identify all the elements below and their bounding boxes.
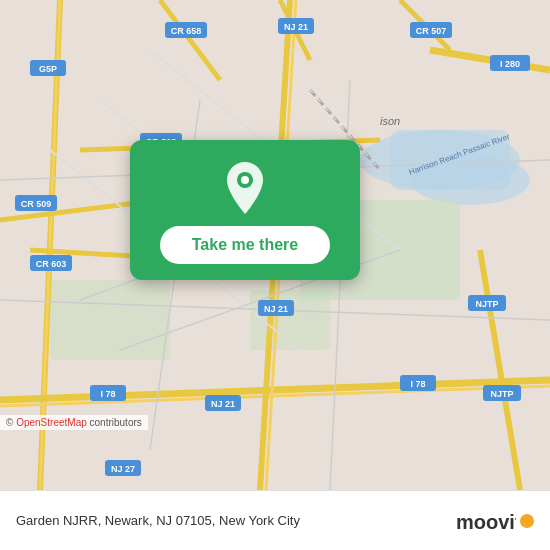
location-pin-icon: [221, 160, 269, 216]
svg-text:I 280: I 280: [500, 59, 520, 69]
location-info: Garden NJRR, Newark, NJ 07105, New York …: [16, 513, 300, 528]
svg-text:NJ 21: NJ 21: [211, 399, 235, 409]
svg-text:I 78: I 78: [410, 379, 425, 389]
moovit-logo-icon: moovit: [456, 507, 516, 535]
svg-text:CR 603: CR 603: [36, 259, 67, 269]
svg-text:moovit: moovit: [456, 511, 516, 533]
bottom-bar: Garden NJRR, Newark, NJ 07105, New York …: [0, 490, 550, 550]
map-view: G5P CR 658 NJ 21 CR 507 I 280 CR 508 CR …: [0, 0, 550, 490]
svg-text:ison: ison: [380, 115, 400, 127]
copyright-notice: © OpenStreetMap contributors: [0, 415, 148, 430]
svg-text:G5P: G5P: [39, 64, 57, 74]
moovit-dot-icon: [520, 514, 534, 528]
svg-text:NJTP: NJTP: [490, 389, 513, 399]
svg-point-67: [520, 514, 534, 528]
moovit-logo: moovit: [456, 507, 534, 535]
svg-point-65: [241, 176, 249, 184]
svg-text:CR 509: CR 509: [21, 199, 52, 209]
svg-text:I 78: I 78: [100, 389, 115, 399]
svg-text:CR 507: CR 507: [416, 26, 447, 36]
take-me-there-button[interactable]: Take me there: [160, 226, 330, 264]
svg-text:NJTP: NJTP: [475, 299, 498, 309]
openstreetmap-credit: © OpenStreetMap contributors: [6, 417, 142, 428]
location-name: Garden NJRR, Newark, NJ 07105, New York …: [16, 513, 300, 528]
svg-rect-5: [50, 280, 170, 360]
svg-text:NJ 27: NJ 27: [111, 464, 135, 474]
svg-text:CR 658: CR 658: [171, 26, 202, 36]
svg-text:NJ 21: NJ 21: [284, 22, 308, 32]
location-overlay-card: Take me there: [130, 140, 360, 280]
svg-text:NJ 21: NJ 21: [264, 304, 288, 314]
